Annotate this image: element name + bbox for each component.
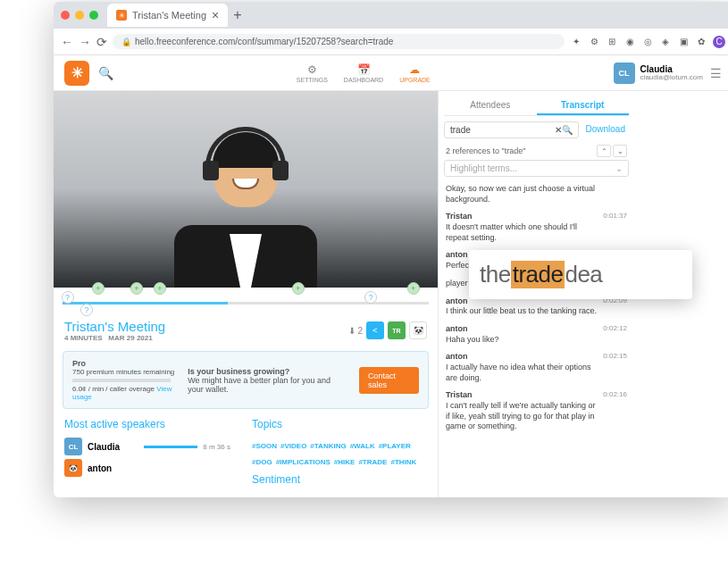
topic-tag[interactable]: #TANKING xyxy=(310,442,346,450)
transcript-message[interactable]: TristanIt doesn't matter which one shoul… xyxy=(444,208,629,246)
ext-icon[interactable]: ⚙ xyxy=(588,36,600,48)
meeting-title: Tristan's Meeting xyxy=(64,319,165,334)
highlight-terms-dropdown[interactable]: Highlight terms... ⌄ xyxy=(444,160,629,177)
cloud-up-icon: ☁ xyxy=(409,63,420,76)
transcript-list[interactable]: Okay, so now we can just choose a virtua… xyxy=(444,180,629,492)
download-transcript-link[interactable]: Download xyxy=(582,121,629,138)
user-menu[interactable]: CL Claudia claudia@iotum.com xyxy=(614,63,703,84)
message-time: 0:01:37 xyxy=(603,212,627,243)
nav-upgrade[interactable]: ☁ UPGRADE xyxy=(399,63,431,83)
user-avatar: CL xyxy=(614,63,635,84)
prev-ref-button[interactable]: ⌃ xyxy=(597,145,611,157)
search-value: trade xyxy=(450,125,555,135)
timeline-question-marker[interactable]: ? xyxy=(62,291,74,304)
ext-icon[interactable]: ▣ xyxy=(677,36,690,48)
transcript-message[interactable]: TristanI can't really tell if we're actu… xyxy=(444,387,629,436)
close-tab-icon[interactable]: × xyxy=(212,8,219,22)
search-refs: 2 references to "trade" ⌃ ⌄ xyxy=(444,142,629,160)
ext-icon[interactable]: ✦ xyxy=(570,36,582,48)
chrome-tabbar: ✳ Tristan's Meeting × + xyxy=(54,2,728,29)
minimize-window-icon[interactable] xyxy=(75,11,84,20)
topics-list: #SOON#VIDEO#TANKING#WALK#PLAYER#DOG#IMPL… xyxy=(252,436,427,468)
topic-tag[interactable]: #VIDEO xyxy=(280,442,306,450)
ext-icon[interactable]: ◉ xyxy=(623,36,636,48)
tab-title: Tristan's Meeting xyxy=(132,10,206,21)
timeline-question-marker[interactable]: ? xyxy=(80,304,93,316)
timeline-plus-marker[interactable]: + xyxy=(92,282,105,295)
transcript-search-input[interactable]: trade ✕ 🔍 xyxy=(444,121,579,138)
next-ref-button[interactable]: ⌄ xyxy=(613,145,627,157)
person-illustration xyxy=(165,127,326,288)
nav-dashboard[interactable]: 📅 DASHBOARD xyxy=(344,63,383,83)
search-icon[interactable]: 🔍 xyxy=(98,66,113,80)
ext-icon[interactable]: ◎ xyxy=(641,36,654,48)
timeline-plus-marker[interactable]: + xyxy=(292,282,305,295)
promo-message: Is your business growing? We might have … xyxy=(188,367,348,394)
maximize-window-icon[interactable] xyxy=(89,11,98,20)
main-nav: ⚙ SETTINGS 📅 DASHBOARD ☁ UPGRADE xyxy=(297,63,431,83)
browser-tab[interactable]: ✳ Tristan's Meeting × xyxy=(107,4,228,27)
topic-tag[interactable]: #IMPLICATIONS xyxy=(276,458,331,466)
topics-section: Topics #SOON#VIDEO#TANKING#WALK#PLAYER#D… xyxy=(241,413,438,496)
profile-icon[interactable]: C xyxy=(713,36,725,48)
nav-settings[interactable]: ⚙ SETTINGS xyxy=(297,63,328,83)
timeline-plus-marker[interactable]: + xyxy=(154,282,166,295)
address-bar: ← → ⟳ 🔒 hello.freeconference.com/conf/su… xyxy=(54,29,728,55)
timeline[interactable]: ? ? + + + + ? + xyxy=(54,288,438,319)
topic-tag[interactable]: #THINK xyxy=(390,458,416,466)
search-icon[interactable]: 🔍 xyxy=(562,125,573,135)
highlight-callout: the trade dea xyxy=(469,250,692,299)
tab-attendees[interactable]: Attendees xyxy=(444,96,537,115)
clear-search-icon[interactable]: ✕ xyxy=(555,125,562,135)
url-text: hello.freeconference.com/conf/summary/15… xyxy=(135,37,393,46)
meeting-meta: 4 MINUTES MAR 29 2021 xyxy=(64,334,165,342)
timeline-plus-marker[interactable]: + xyxy=(130,282,143,295)
video-thumbnail[interactable] xyxy=(54,91,438,288)
sidebar-tabs: Attendees Transcript xyxy=(444,96,629,116)
transcript-message[interactable]: antonI actually have no idea what their … xyxy=(444,348,629,387)
topic-tag[interactable]: #TRADE xyxy=(358,458,387,466)
back-button[interactable]: ← xyxy=(61,35,73,49)
message-speaker: Tristan xyxy=(446,390,598,401)
lock-icon: 🔒 xyxy=(121,38,131,46)
transcript-message[interactable]: Okay, so now we can just choose a virtua… xyxy=(444,180,629,208)
topic-tag[interactable]: #HIKE xyxy=(334,458,356,466)
plan-name: Pro xyxy=(72,359,177,368)
transcript-message[interactable]: antonHaha you like?0:02:12 xyxy=(444,321,629,348)
speaker-row[interactable]: 🐼 anton xyxy=(64,457,230,479)
recording-icon[interactable]: 🐼 xyxy=(409,321,427,339)
attendees-count[interactable]: ⬇ 2 xyxy=(348,326,363,336)
speaker-name: Claudia xyxy=(88,442,138,452)
message-text: I can't really tell if we're actually ta… xyxy=(446,401,598,432)
app-logo-icon[interactable]: ✳ xyxy=(64,61,89,86)
topic-tag[interactable]: #SOON xyxy=(252,442,277,450)
speaker-row[interactable]: CL Claudia 8 m 36 s xyxy=(64,436,230,457)
ext-icon[interactable]: ⊞ xyxy=(606,36,618,48)
share-button[interactable]: < xyxy=(366,321,384,339)
ext-icon[interactable]: ✿ xyxy=(695,36,707,48)
contact-sales-button[interactable]: Contact sales xyxy=(359,367,419,394)
message-time: 0:02:12 xyxy=(603,324,627,345)
topic-tag[interactable]: #WALK xyxy=(350,442,375,450)
forward-button[interactable]: → xyxy=(79,35,91,49)
timeline-plus-marker[interactable]: + xyxy=(407,282,420,295)
close-window-icon[interactable] xyxy=(61,11,70,20)
speaker-bar xyxy=(144,446,197,448)
ext-icon[interactable]: ◈ xyxy=(659,36,672,48)
hamburger-icon[interactable]: ☰ xyxy=(710,66,722,80)
speaker-avatar: CL xyxy=(64,438,82,455)
gear-icon: ⚙ xyxy=(307,63,317,76)
promo-plan: Pro 750 premium minutes remaining 6.0¢ /… xyxy=(72,359,177,401)
topic-tag[interactable]: #PLAYER xyxy=(379,442,411,450)
app-header: ✳ 🔍 ⚙ SETTINGS 📅 DASHBOARD ☁ UPGRADE CL … xyxy=(54,55,728,91)
meeting-actions: ⬇ 2 < TR 🐼 xyxy=(348,321,427,339)
message-speaker: Tristan xyxy=(446,212,598,222)
topic-tag[interactable]: #DOG xyxy=(252,458,272,466)
reload-button[interactable]: ⟳ xyxy=(96,35,107,49)
url-input[interactable]: 🔒 hello.freeconference.com/conf/summary/… xyxy=(113,34,565,49)
tab-transcript[interactable]: Transcript xyxy=(537,96,630,115)
message-text: I think our little beat us to the tankin… xyxy=(446,306,598,317)
new-tab-button[interactable]: + xyxy=(233,7,241,23)
tr-badge[interactable]: TR xyxy=(388,321,406,339)
promo-banner: Pro 750 premium minutes remaining 6.0¢ /… xyxy=(63,351,429,409)
